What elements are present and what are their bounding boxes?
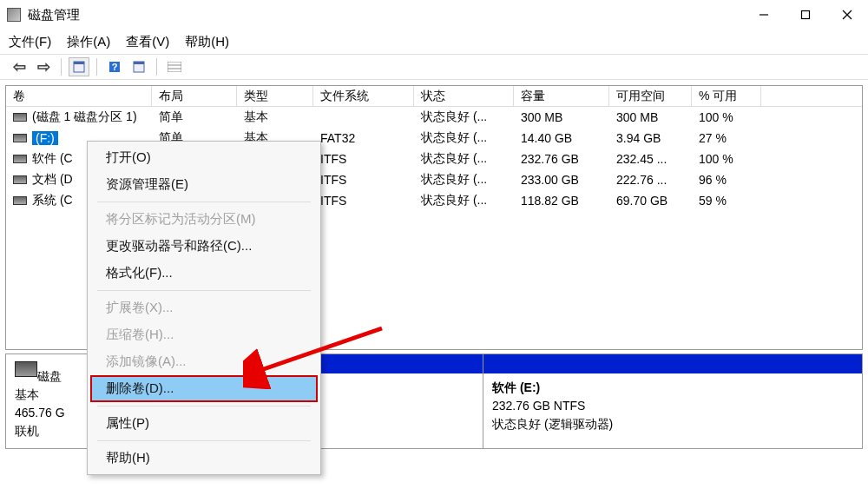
menu-help[interactable]: 帮助(H) (185, 34, 229, 50)
minimize-button[interactable] (743, 0, 785, 30)
table-cell: 14.40 GB (514, 129, 609, 147)
back-button[interactable]: ⇦ (9, 57, 30, 76)
partition-header (483, 354, 862, 373)
forward-button[interactable]: ⇨ (33, 57, 54, 76)
ctx-format[interactable]: 格式化(F)... (90, 260, 318, 287)
table-row[interactable]: (磁盘 1 磁盘分区 1)简单基本状态良好 (...300 MB300 MB10… (6, 107, 862, 128)
menubar: 文件(F) 操作(A) 查看(V) 帮助(H) (0, 30, 868, 54)
col-free[interactable]: 可用空间 (609, 86, 692, 106)
ctx-separator (97, 202, 311, 202)
partition-title: 软件 (E:) (492, 380, 540, 394)
titlebar: 磁盘管理 (0, 0, 868, 30)
menu-view[interactable]: 查看(V) (126, 34, 169, 50)
col-status[interactable]: 状态 (414, 86, 514, 106)
svg-rect-5 (74, 62, 84, 64)
app-icon (7, 8, 21, 22)
ctx-properties[interactable]: 属性(P) (90, 410, 318, 437)
table-cell: 300 MB (609, 109, 692, 126)
svg-rect-10 (168, 62, 181, 72)
toolbar: ⇦ ⇨ ? (0, 54, 868, 80)
close-button[interactable] (826, 0, 868, 30)
table-cell: 222.76 ... (609, 171, 692, 188)
svg-text:?: ? (112, 62, 118, 72)
table-cell: 27 % (692, 129, 761, 147)
disk-online: 联机 (15, 424, 39, 438)
volume-icon (13, 175, 27, 184)
maximize-button[interactable] (785, 0, 826, 30)
table-cell: 118.82 GB (514, 192, 609, 209)
table-cell: 300 MB (514, 109, 609, 126)
disk-icon (15, 361, 37, 377)
disk-type: 基本 (15, 387, 39, 401)
arrow-left-icon: ⇦ (13, 57, 26, 76)
col-type[interactable]: 类型 (237, 86, 313, 106)
col-filesystem[interactable]: 文件系统 (313, 86, 414, 106)
table-cell: 96 % (692, 171, 761, 188)
partition-2[interactable]: 软件 (E:) 232.76 GB NTFS 状态良好 (逻辑驱动器) (483, 354, 862, 448)
col-volume[interactable]: 卷 (6, 86, 152, 106)
menu-file[interactable]: 文件(F) (9, 34, 51, 50)
table-cell: 232.76 GB (514, 150, 609, 168)
table-cell: 100 % (692, 150, 761, 168)
table-cell: ITFS (313, 150, 414, 168)
col-percent[interactable]: % 可用 (692, 86, 761, 106)
table-cell (313, 116, 414, 119)
volume-icon (13, 196, 27, 205)
window-title: 磁盘管理 (28, 7, 743, 23)
arrow-right-icon: ⇨ (37, 57, 50, 76)
col-capacity[interactable]: 容量 (514, 86, 609, 106)
table-cell: (磁盘 1 磁盘分区 1) (6, 108, 152, 127)
table-cell: 状态良好 (... (414, 170, 514, 189)
ctx-separator (97, 406, 311, 406)
table-cell: 状态良好 (... (414, 149, 514, 169)
toolbar-separator (61, 58, 62, 76)
svg-rect-9 (134, 62, 144, 64)
svg-rect-1 (802, 11, 810, 19)
table-cell: 69.70 GB (609, 192, 692, 209)
svg-line-14 (256, 328, 382, 372)
toolbar-separator (156, 58, 157, 76)
toolbar-refresh-button[interactable] (128, 57, 149, 76)
table-cell: 状态良好 (... (414, 108, 514, 127)
table-cell: 100 % (692, 109, 761, 126)
ctx-help[interactable]: 帮助(H) (90, 445, 318, 472)
table-cell: 232.45 ... (609, 150, 692, 168)
toolbar-view-button[interactable] (69, 57, 89, 76)
partition-status: 状态良好 (逻辑驱动器) (492, 417, 613, 431)
table-cell: 基本 (237, 108, 313, 127)
table-cell: 简单 (152, 108, 237, 127)
disk-title: 磁盘 (37, 369, 62, 383)
col-layout[interactable]: 布局 (152, 86, 237, 106)
volume-icon (13, 134, 27, 142)
table-cell: 3.94 GB (609, 129, 692, 147)
ctx-change-letter[interactable]: 更改驱动器号和路径(C)... (90, 233, 318, 260)
table-cell: ITFS (313, 171, 414, 188)
table-cell: ITFS (313, 192, 414, 209)
ctx-extend: 扩展卷(X)... (90, 294, 318, 321)
volume-icon (13, 155, 27, 163)
toolbar-list-button[interactable] (164, 57, 185, 76)
table-cell: 59 % (692, 192, 761, 209)
volume-icon (13, 113, 27, 122)
table-cell: 233.00 GB (514, 171, 609, 188)
table-header: 卷 布局 类型 文件系统 状态 容量 可用空间 % 可用 (6, 86, 862, 107)
partition-size: 232.76 GB NTFS (492, 399, 585, 413)
ctx-separator (97, 440, 311, 441)
ctx-explorer[interactable]: 资源管理器(E) (90, 171, 318, 198)
table-cell: 状态良好 (... (414, 191, 514, 210)
context-menu: 打开(O) 资源管理器(E) 将分区标记为活动分区(M) 更改驱动器号和路径(C… (87, 141, 321, 475)
table-cell: 状态良好 (... (414, 129, 514, 148)
ctx-mark-active: 将分区标记为活动分区(M) (90, 206, 318, 233)
menu-action[interactable]: 操作(A) (67, 34, 110, 50)
ctx-open[interactable]: 打开(O) (90, 144, 318, 171)
annotation-arrow (243, 320, 391, 389)
table-cell: FAT32 (313, 129, 414, 147)
ctx-separator (97, 290, 311, 291)
disk-size: 465.76 G (15, 406, 65, 420)
toolbar-separator (96, 58, 97, 76)
toolbar-help-button[interactable]: ? (104, 57, 125, 76)
